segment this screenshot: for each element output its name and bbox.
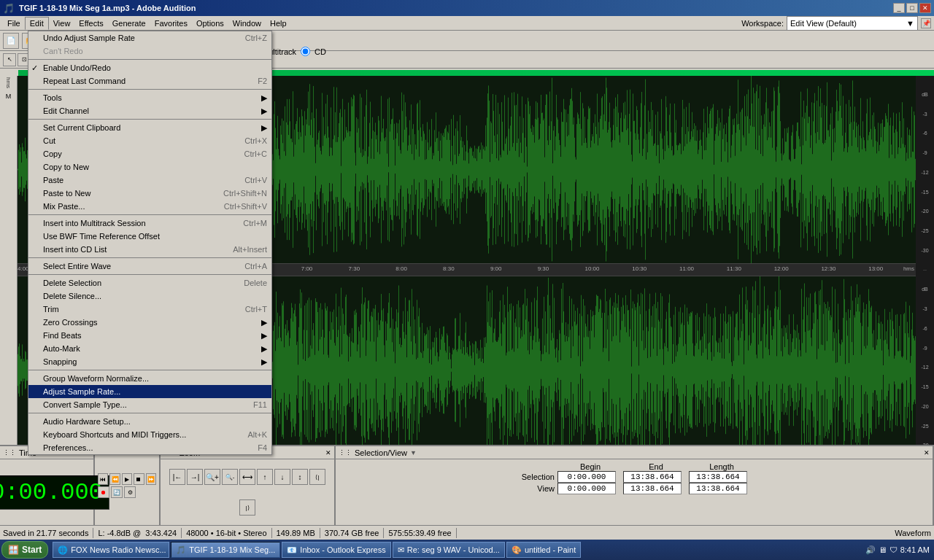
workspace-dropdown[interactable]: Edit View (Default) ▼ <box>787 16 918 31</box>
menu-snapping[interactable]: Snapping ▶ <box>28 355 271 368</box>
transport-goto-start[interactable]: ⏮ <box>98 473 108 485</box>
menu-generate[interactable]: Generate <box>108 18 150 29</box>
menu-check-icon: ✓ <box>31 63 38 73</box>
app-title: TGIF 1-18-19 Mix Seg 1a.mp3 - Adobe Audi… <box>19 4 196 12</box>
menu-keyboard-shortcuts[interactable]: Keyboard Shortcuts and MIDI Triggers... … <box>28 428 271 441</box>
tool-select[interactable]: ↖ <box>3 53 16 66</box>
selection-panel-close[interactable]: ✕ <box>924 449 930 456</box>
menu-copy[interactable]: Copy Ctrl+C <box>28 147 271 160</box>
titlebar-controls[interactable]: _ □ ✕ <box>893 3 931 13</box>
tray-speaker-icon[interactable]: 🔊 <box>865 545 876 555</box>
menu-edit-channel[interactable]: Edit Channel ▶ <box>28 104 271 117</box>
zoom-btn-5[interactable]: ⟷ <box>239 469 255 485</box>
zoom-btn-8[interactable]: ↕ <box>292 469 308 485</box>
db-label-6-top: -6 <box>922 131 927 136</box>
menu-copy-new[interactable]: Copy to New <box>28 160 271 174</box>
menu-window[interactable]: Window <box>228 18 266 29</box>
menu-find-beats[interactable]: Find Beats ▶ <box>28 329 271 342</box>
menu-effects[interactable]: Effects <box>74 18 107 29</box>
taskbar-item-audition[interactable]: 🎵 TGIF 1-18-19 Mix Seg... <box>171 542 280 558</box>
start-button[interactable]: 🪟 Start <box>1 541 48 559</box>
cd-radio[interactable] <box>301 47 310 56</box>
menu-favorites[interactable]: Favorites <box>150 18 192 29</box>
taskbar-item-fox[interactable]: 🌐 FOX News Radio Newsc... <box>53 542 169 558</box>
db-label-12-top: -12 <box>921 170 928 175</box>
menu-audio-hardware[interactable]: Audio Hardware Setup... <box>28 415 271 428</box>
menu-mix-paste[interactable]: Mix Paste... Ctrl+Shift+V <box>28 200 271 213</box>
menu-trim-label: Trim <box>43 305 59 314</box>
tray-antivirus-icon[interactable]: 🛡 <box>889 545 898 554</box>
menu-file[interactable]: File <box>3 18 25 29</box>
menu-select-all[interactable]: Select Entire Wave Ctrl+A <box>28 260 271 273</box>
transport-play[interactable]: ▶ <box>122 473 132 485</box>
menu-group-normalize[interactable]: Group Waveform Normalize... <box>28 372 271 385</box>
hms-label: hms <box>5 77 12 88</box>
workspace-pin[interactable]: 📌 <box>921 18 931 28</box>
selection-end-input[interactable] <box>623 471 682 483</box>
zoom-btn-9[interactable]: ⟨| <box>309 469 325 485</box>
menu-cut[interactable]: Cut Ctrl+X <box>28 134 271 147</box>
zoom-panel-close[interactable]: ✕ <box>325 449 331 456</box>
view-end-input[interactable] <box>623 483 682 494</box>
selection-begin-input[interactable] <box>557 471 616 483</box>
menu-preferences[interactable]: Preferences... F4 <box>28 441 271 454</box>
zoom-btn-1[interactable]: |← <box>169 469 185 485</box>
menu-view[interactable]: View <box>49 18 75 29</box>
selection-length-input[interactable] <box>689 471 747 483</box>
transport-prev[interactable]: ⏪ <box>109 473 120 485</box>
transport-settings[interactable]: ⚙ <box>124 486 136 498</box>
statusbar-time: 3:43.424 <box>145 529 177 537</box>
menu-insert-multitrack[interactable]: Insert into Multitrack Session Ctrl+M <box>28 217 271 230</box>
transport-next[interactable]: ⏩ <box>146 473 156 485</box>
view-end-cell[interactable] <box>623 483 689 494</box>
menu-auto-mark[interactable]: Auto-Mark ▶ <box>28 342 271 355</box>
close-button[interactable]: ✕ <box>919 3 931 13</box>
menu-redo: Can't Redo <box>28 44 271 58</box>
transport-record[interactable]: ⏺ <box>98 486 109 498</box>
view-length-cell[interactable] <box>689 483 754 494</box>
transport-loop[interactable]: 🔄 <box>111 486 123 498</box>
tray-network-icon[interactable]: 🖥 <box>879 545 887 554</box>
menu-set-clipboard[interactable]: Set Current Clipboard ▶ <box>28 121 271 134</box>
zoom-btn-3[interactable]: 🔍+ <box>204 469 220 485</box>
menu-trim[interactable]: Trim Ctrl+T <box>28 303 271 316</box>
menu-tools[interactable]: Tools ▶ <box>28 91 271 104</box>
zoom-btn-6[interactable]: ↑ <box>257 469 273 485</box>
minimize-button[interactable]: _ <box>893 3 905 13</box>
menu-adjust-sample-rate[interactable]: Adjust Sample Rate... <box>28 385 271 398</box>
transport-stop[interactable]: ⏹ <box>134 473 144 485</box>
menu-edit[interactable]: Edit <box>25 17 49 30</box>
taskbar-item-outlook[interactable]: 📧 Inbox - Outlook Express <box>282 542 390 558</box>
maximize-button[interactable]: □ <box>906 3 918 13</box>
zoom-btn-4[interactable]: 🔍- <box>222 469 238 485</box>
zoom-btn-10[interactable]: |⟩ <box>239 499 255 516</box>
db-label-15-bot: -15 <box>921 384 928 389</box>
menu-paste[interactable]: Paste Ctrl+V <box>28 174 271 187</box>
db-label-9-bot: -9 <box>922 346 927 351</box>
menu-repeat[interactable]: Repeat Last Command F2 <box>28 74 271 88</box>
menu-bwf[interactable]: Use BWF Time Reference Offset <box>28 230 271 243</box>
menu-options[interactable]: Options <box>192 18 228 29</box>
taskbar-item-mail[interactable]: ✉ Re: seg 9 WAV - Unicod... <box>393 542 505 558</box>
statusbar-saved: Saved in 21.77 seconds <box>3 529 88 537</box>
view-length-input[interactable] <box>689 483 747 494</box>
view-begin-cell[interactable] <box>557 483 623 494</box>
menu-delete-silence[interactable]: Delete Silence... <box>28 289 271 303</box>
zoom-btn-2[interactable]: →| <box>187 469 203 485</box>
track-marker[interactable]: M <box>6 93 12 100</box>
menu-undo[interactable]: Undo Adjust Sample Rate Ctrl+Z <box>28 31 271 44</box>
zoom-btn-7[interactable]: ↓ <box>274 469 290 485</box>
selection-end-cell[interactable] <box>623 471 689 483</box>
menu-zero-crossings[interactable]: Zero Crossings ▶ <box>28 316 271 329</box>
selection-length-cell[interactable] <box>689 471 754 483</box>
new-button[interactable]: 📄 <box>3 33 19 49</box>
menu-paste-new[interactable]: Paste to New Ctrl+Shift+N <box>28 187 271 200</box>
menu-help[interactable]: Help <box>266 18 291 29</box>
menu-insert-cd[interactable]: Insert into CD List Alt+Insert <box>28 243 271 256</box>
view-begin-input[interactable] <box>557 483 616 494</box>
menu-delete[interactable]: Delete Selection Delete <box>28 276 271 289</box>
taskbar-item-paint[interactable]: 🎨 untitled - Paint <box>506 542 581 558</box>
selection-begin-cell[interactable] <box>557 471 623 483</box>
menu-convert-sample[interactable]: Convert Sample Type... F11 <box>28 398 271 411</box>
menu-enable-undo[interactable]: ✓ Enable Undo/Redo <box>28 61 271 74</box>
